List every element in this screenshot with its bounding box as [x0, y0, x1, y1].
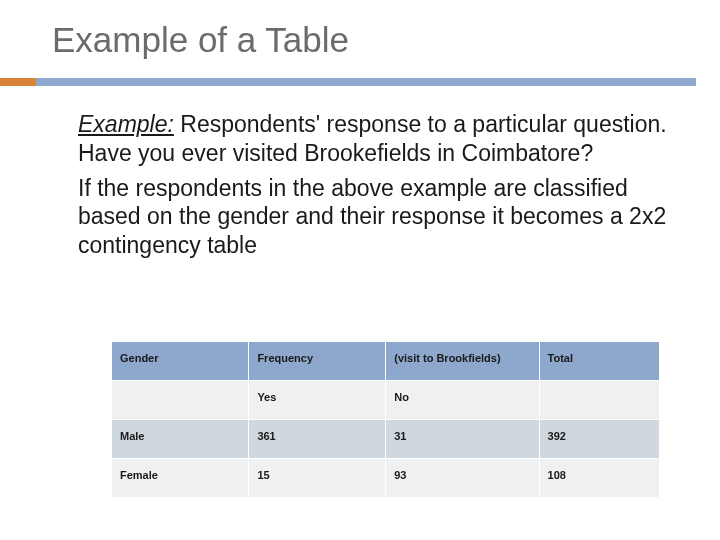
- paragraph-1: Example: Respondents' response to a part…: [78, 110, 672, 168]
- body-area: Example: Respondents' response to a part…: [78, 110, 672, 266]
- subheader-no: No: [386, 381, 539, 420]
- cell-no: 31: [386, 420, 539, 459]
- contingency-table: Gender Frequency (visit to Brookfields) …: [112, 342, 660, 498]
- cell-gender: Female: [112, 459, 249, 498]
- cell-yes: 361: [249, 420, 386, 459]
- cell-gender: Male: [112, 420, 249, 459]
- col-header-gender: Gender: [112, 342, 249, 381]
- paragraph-2: If the respondents in the above example …: [78, 174, 672, 260]
- col-header-visit: (visit to Brookfields): [386, 342, 539, 381]
- table-row: Male 361 31 392: [112, 420, 660, 459]
- cell-empty: [112, 381, 249, 420]
- subheader-yes: Yes: [249, 381, 386, 420]
- contingency-table-wrap: Gender Frequency (visit to Brookfields) …: [112, 342, 660, 498]
- slide: Example of a Table Example: Respondents'…: [0, 0, 720, 540]
- page-title: Example of a Table: [52, 20, 349, 59]
- col-header-frequency: Frequency: [249, 342, 386, 381]
- title-area: Example of a Table: [0, 0, 720, 60]
- table-header-row: Gender Frequency (visit to Brookfields) …: [112, 342, 660, 381]
- cell-empty: [539, 381, 659, 420]
- table-subheader-row: Yes No: [112, 381, 660, 420]
- table-row: Female 15 93 108: [112, 459, 660, 498]
- title-underline-bar: [0, 78, 696, 86]
- col-header-total: Total: [539, 342, 659, 381]
- cell-total: 108: [539, 459, 659, 498]
- example-label: Example:: [78, 111, 174, 137]
- cell-yes: 15: [249, 459, 386, 498]
- cell-total: 392: [539, 420, 659, 459]
- title-underline-accent: [0, 78, 36, 86]
- cell-no: 93: [386, 459, 539, 498]
